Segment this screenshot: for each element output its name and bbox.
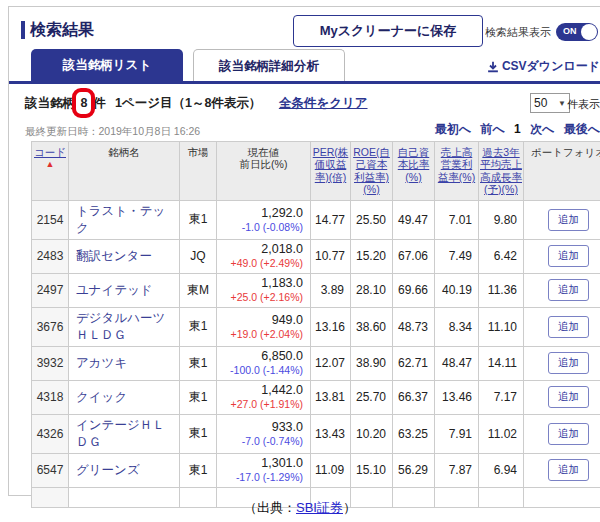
add-to-portfolio-button[interactable]: 追加 [548,459,589,481]
portfolio-cell: 追加 [524,380,600,414]
add-to-portfolio-button[interactable]: 追加 [548,386,589,408]
col-header-op-margin[interactable]: 売上高営業利益率(%) [435,142,479,201]
result-info-row: 該当銘柄 8 件 1ページ目（1～8件表示） 全条件をクリア 50 ▼ 件表示 [25,95,600,117]
add-to-portfolio-button[interactable]: 追加 [548,209,589,231]
price-change: +49.0 (+2.49%) [221,257,303,270]
table-row: 3676 デジタルハーツＨＬＤＧ 東1 949.0 +19.0 (+2.04%)… [32,307,600,346]
price-header-line1: 現在値 [248,146,280,158]
stock-price-cell: 1,301.0 -17.0 (-1.29%) [217,453,311,487]
per-value: 13.16 [311,307,351,346]
price-change: -17.0 (-1.29%) [221,471,303,484]
portfolio-cell: 追加 [524,346,600,380]
roe-value: 28.10 [351,273,393,307]
growth-value: 11.36 [479,273,524,307]
stock-market: 東1 [180,453,217,487]
add-to-portfolio-button[interactable]: 追加 [548,352,589,374]
tab-detailed-analysis[interactable]: 該当銘柄詳細分析 [193,49,345,81]
table-row: 3932 アカツキ 東1 6,850.0 -100.0 (-1.44%) 12.… [32,346,600,380]
col-header-equity-ratio[interactable]: 自己資本比率(%) [393,142,435,201]
stock-name: トラスト・テック [69,200,180,239]
add-to-portfolio-button[interactable]: 追加 [548,423,589,445]
results-display-toggle[interactable]: ON [556,23,598,41]
growth-value: 9.80 [479,200,524,239]
per-value: 3.89 [311,273,351,307]
per-value: 11.09 [311,453,351,487]
stock-code: 4318 [32,380,69,414]
table-header-row: コード ▲ 銘柄名 市場 現在値 前日比(%) PER(株価収益率)(倍) RO… [32,142,600,201]
col-header-per[interactable]: PER(株価収益率)(倍) [311,142,351,201]
growth-value: 7.17 [479,380,524,414]
table-row: 6547 グリーンズ 東1 1,301.0 -17.0 (-1.29%) 11.… [32,453,600,487]
stock-market: 東1 [180,307,217,346]
col-header-growth[interactable]: 過去3年平均売上高成長率(予)(%) [479,142,524,201]
table-row: 2154 トラスト・テック 東1 1,292.0 -1.0 (-0.08%) 1… [32,200,600,239]
equity-ratio-value: 49.47 [393,200,435,239]
stock-code: 3676 [32,307,69,346]
table-row: 4318 クイック 東1 1,442.0 +27.0 (+1.91%) 13.8… [32,380,600,414]
pagination-last[interactable]: 最後へ [564,122,600,136]
stock-name: デジタルハーツＨＬＤＧ [69,307,180,346]
portfolio-cell: 追加 [524,239,600,273]
growth-value: 6.94 [479,453,524,487]
csv-download-link[interactable]: CSVダウンロード [487,58,600,75]
add-to-portfolio-button[interactable]: 追加 [548,279,589,301]
roe-sort-link[interactable]: ROE(自己資本利益率)(%) [353,146,390,195]
portfolio-cell: 追加 [524,307,600,346]
growth-value: 6.42 [479,239,524,273]
stock-market: 東1 [180,346,217,380]
pagination-next[interactable]: 次へ [530,122,554,136]
current-price: 949.0 [221,313,303,328]
per-page-select[interactable]: 50 ▼ [530,93,570,113]
col-header-roe[interactable]: ROE(自己資本利益率)(%) [351,142,393,201]
col-header-price: 現在値 前日比(%) [217,142,311,201]
per-page-suffix: 件表示 [567,97,600,112]
stock-price-cell: 1,442.0 +27.0 (+1.91%) [217,380,311,414]
tab-bar: 該当銘柄リスト 該当銘柄詳細分析 CSVダウンロード [21,49,600,81]
growth-sort-link[interactable]: 過去3年平均売上高成長率(予)(%) [480,146,522,195]
roe-value: 15.10 [351,453,393,487]
per-value: 14.77 [311,200,351,239]
equity-ratio-value: 62.71 [393,346,435,380]
op-margin-value: 7.91 [435,414,479,453]
csv-download-label: CSVダウンロード [502,58,600,75]
stock-table-body: 2154 トラスト・テック 東1 1,292.0 -1.0 (-0.08%) 1… [32,200,600,507]
tab-matching-stock-list[interactable]: 該当銘柄リスト [31,49,183,81]
results-display-toggle-group: 検索結果表示 ON [485,23,598,41]
stock-price-cell: 6,850.0 -100.0 (-1.44%) [217,346,311,380]
result-count-prefix: 該当銘柄 [25,96,75,110]
col-header-code[interactable]: コード ▲ [32,142,69,201]
growth-value: 14.11 [479,346,524,380]
per-value: 10.77 [311,239,351,273]
pagination: 最初へ 前へ 1 次へ 最後へ [429,121,600,138]
add-to-portfolio-button[interactable]: 追加 [548,245,589,267]
chevron-down-icon: ▼ [558,99,566,108]
portfolio-cell: 追加 [524,200,600,239]
per-sort-link[interactable]: PER(株価収益率)(倍) [313,146,349,183]
stock-code: 2483 [32,239,69,273]
stock-name: 翻訳センター [69,239,180,273]
pagination-prev[interactable]: 前へ [480,122,504,136]
equity-ratio-value: 48.73 [393,307,435,346]
portfolio-cell: 追加 [524,414,600,453]
stock-code: 6547 [32,453,69,487]
current-price: 1,292.0 [221,206,303,221]
last-updated-text: 最終更新日時：2019年10月8日 16:26 [25,125,200,137]
current-price: 1,442.0 [221,383,303,398]
clear-all-conditions-link[interactable]: 全条件をクリア [279,96,368,110]
equity-ratio-sort-link[interactable]: 自己資本比率(%) [398,146,430,183]
stock-code: 4326 [32,414,69,453]
roe-value: 15.20 [351,239,393,273]
add-to-portfolio-button[interactable]: 追加 [548,316,589,338]
stock-price-cell: 2,018.0 +49.0 (+2.49%) [217,239,311,273]
save-to-my-screener-button[interactable]: Myスクリーナーに保存 [293,15,483,47]
portfolio-cell: 追加 [524,273,600,307]
current-price: 1,301.0 [221,456,303,471]
col-header-market: 市場 [180,142,217,201]
code-sort-link[interactable]: コード [34,146,66,158]
source-attribution: （出典：SBI証券） [0,499,600,517]
source-prefix: （出典： [244,500,296,515]
per-page-value: 50 [534,96,547,110]
op-margin-sort-link[interactable]: 売上高営業利益率(%) [438,146,475,183]
sbi-securities-link[interactable]: SBI証券 [296,500,343,515]
pagination-first[interactable]: 最初へ [435,122,471,136]
